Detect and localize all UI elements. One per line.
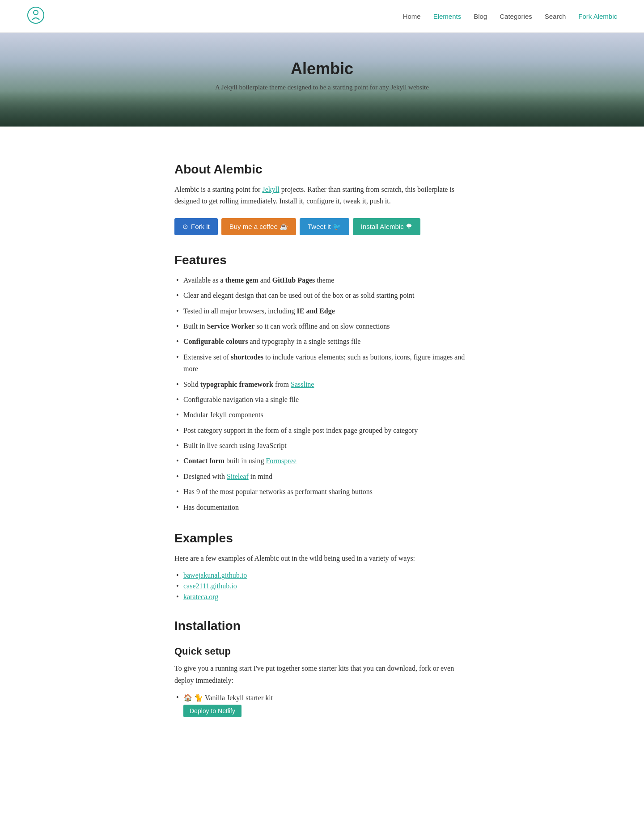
list-item: Configurable colours and typography in a… — [174, 336, 470, 347]
features-section: Features Available as a theme gem and Gi… — [174, 253, 470, 513]
list-item: Built in live search using JavaScript — [174, 440, 470, 452]
list-item: Has documentation — [174, 502, 470, 513]
list-item: Post category support in the form of a s… — [174, 425, 470, 436]
example-link-1[interactable]: bawejakunal.github.io — [183, 571, 247, 579]
examples-list: bawejakunal.github.io case2111.github.io… — [174, 571, 470, 601]
list-item: Has 9 of the most popular networks as pe… — [174, 486, 470, 498]
examples-intro: Here are a few examples of Alembic out i… — [174, 553, 470, 564]
nav-categories[interactable]: Categories — [500, 13, 532, 20]
nav-fork-alembic[interactable]: Fork Alembic — [578, 13, 617, 20]
navbar: Home Elements Blog Categories Search For… — [0, 0, 644, 33]
list-item: Extensive set of shortcodes to include v… — [174, 351, 470, 375]
list-item: Configurable navigation via a single fil… — [174, 394, 470, 406]
examples-heading: Examples — [174, 531, 470, 545]
examples-section: Examples Here are a few examples of Alem… — [174, 531, 470, 601]
hero-section: Alembic A Jekyll boilerplate theme desig… — [0, 33, 644, 127]
installation-section: Installation Quick setup To give you a r… — [174, 619, 470, 717]
logo[interactable] — [27, 6, 45, 26]
about-heading: About Alembic — [174, 162, 470, 177]
install-list: 🏠 🐈 Vanilla Jekyll starter kit Deploy to… — [174, 693, 470, 717]
hero-title: Alembic — [291, 59, 353, 78]
list-item: Modular Jekyll components — [174, 409, 470, 421]
list-item: Tested in all major browsers, including … — [174, 305, 470, 317]
starter-kit-label: 🏠 🐈 Vanilla Jekyll starter kit — [183, 694, 273, 702]
nav-links: Home Elements Blog Categories Search For… — [403, 13, 617, 20]
github-icon: ⊙ — [182, 223, 188, 231]
list-item: Contact form built in using Formspree — [174, 455, 470, 467]
hero-subtitle: A Jekyll boilerplate theme designed to b… — [215, 82, 429, 93]
list-item: 🏠 🐈 Vanilla Jekyll starter kit Deploy to… — [174, 693, 470, 717]
list-item: Designed with Siteleaf in mind — [174, 471, 470, 482]
features-list: Available as a theme gem and GitHub Page… — [174, 275, 470, 513]
nav-blog[interactable]: Blog — [474, 13, 487, 20]
svg-point-1 — [34, 10, 38, 15]
sassline-link[interactable]: Sassline — [291, 380, 314, 388]
example-link-3[interactable]: karateca.org — [183, 593, 218, 600]
install-alembic-button[interactable]: Install Alembic 🌩 — [353, 218, 420, 235]
features-heading: Features — [174, 253, 470, 267]
list-item: karateca.org — [174, 593, 470, 601]
about-paragraph: Alembic is a starting point for Jekyll p… — [174, 184, 470, 207]
list-item: Clear and elegant design that can be use… — [174, 290, 470, 301]
fork-it-button[interactable]: ⊙ Fork it — [174, 218, 218, 235]
nav-elements[interactable]: Elements — [433, 13, 462, 20]
deploy-netlify-button[interactable]: Deploy to Netlify — [183, 705, 242, 717]
about-section: About Alembic Alembic is a starting poin… — [174, 162, 470, 235]
list-item: Solid typographic framework from Sasslin… — [174, 379, 470, 390]
quick-setup-heading: Quick setup — [174, 646, 470, 657]
buy-coffee-button[interactable]: Buy me a coffee ☕ — [221, 218, 296, 235]
main-content: About Alembic Alembic is a starting poin… — [161, 127, 483, 749]
installation-paragraph: To give you a running start I've put tog… — [174, 663, 470, 686]
list-item: case2111.github.io — [174, 582, 470, 590]
installation-heading: Installation — [174, 619, 470, 633]
formspree-link[interactable]: Formspree — [266, 457, 296, 465]
list-item: bawejakunal.github.io — [174, 571, 470, 579]
tweet-it-button[interactable]: Tweet it 🐦 — [300, 218, 349, 235]
action-buttons: ⊙ Fork it Buy me a coffee ☕ Tweet it 🐦 I… — [174, 218, 470, 235]
list-item: Built in Service Worker so it can work o… — [174, 321, 470, 332]
list-item: Available as a theme gem and GitHub Page… — [174, 275, 470, 286]
jekyll-link[interactable]: Jekyll — [262, 186, 279, 193]
example-link-2[interactable]: case2111.github.io — [183, 582, 237, 590]
siteleaf-link[interactable]: Siteleaf — [227, 473, 249, 480]
nav-search[interactable]: Search — [545, 13, 566, 20]
nav-home[interactable]: Home — [403, 13, 421, 20]
